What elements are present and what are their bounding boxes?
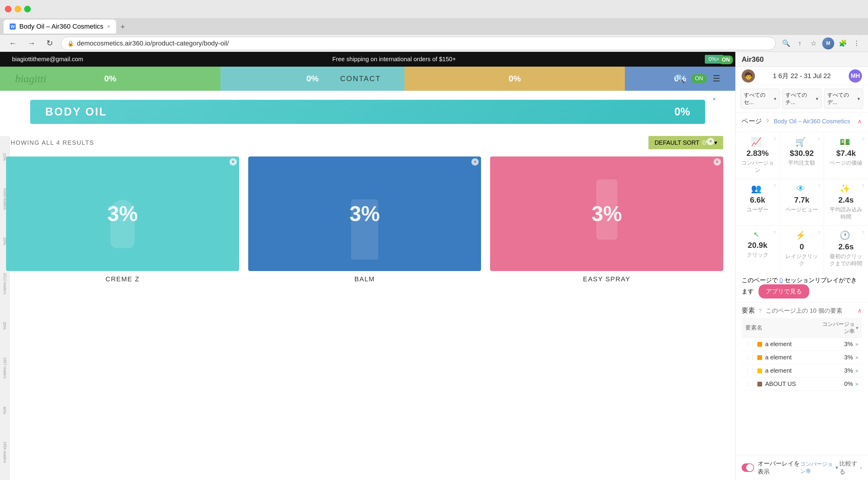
metric-page-value: ? 💵 $7.4k ページの価値: [824, 132, 868, 179]
contact-nav[interactable]: CONTACT: [340, 74, 381, 83]
extensions-icon[interactable]: 🧩: [837, 38, 848, 49]
metric-clicks-help[interactable]: ?: [774, 230, 776, 235]
elem-name-2: a element: [765, 354, 829, 361]
metric-firstclick-help[interactable]: ?: [862, 230, 864, 235]
product-1-close[interactable]: ×: [229, 158, 237, 165]
product-card-balm: × 3% BALM: [248, 157, 482, 283]
replay-app-button[interactable]: アプリで見る: [758, 284, 809, 298]
titlebar: [0, 0, 868, 18]
replay-count[interactable]: 0: [780, 277, 783, 283]
elem-color-1: [757, 342, 762, 347]
product-3-name: EASY SPRAY: [490, 275, 723, 283]
forward-button[interactable]: →: [25, 37, 39, 50]
maximize-dot[interactable]: [24, 6, 31, 12]
conversion-label: コンバージョン: [739, 159, 776, 174]
filter-segment[interactable]: すべてのセ... ▾: [740, 89, 780, 108]
topbar-shipping: Free shipping on international orders of…: [332, 56, 456, 63]
new-tab-button[interactable]: +: [117, 20, 128, 33]
body-oil-banner: BODY OIL 0%: [30, 100, 705, 124]
metric-users-help[interactable]: ?: [774, 184, 776, 188]
filter-device[interactable]: すべてのデ... ▾: [824, 89, 863, 108]
elem-name-1: a element: [765, 341, 829, 348]
tab-close-button[interactable]: ×: [107, 24, 111, 30]
bookmark-icon[interactable]: ☆: [808, 38, 819, 49]
product-1-image: 3%: [6, 157, 239, 271]
drag-handle-3[interactable]: ⋮⋮: [745, 368, 755, 374]
replay-section: このページで 0 セッションリプレイができます アプリで見る: [736, 273, 868, 302]
active-tab[interactable]: W Body Oil – Air360 Cosmetics ×: [4, 20, 116, 33]
elements-label: 要素: [742, 307, 755, 314]
filter-channel[interactable]: すべてのチ... ▾: [782, 89, 821, 108]
metric-clicks: ? ↖ 20.9k クリック: [736, 226, 780, 272]
tab-bar: W Body Oil – Air360 Cosmetics × +: [0, 18, 868, 35]
drag-handle-2[interactable]: ⋮⋮: [745, 355, 755, 360]
products-header: SHOWING ALL 4 RESULTS × DEFAULT SORT 0% …: [6, 136, 723, 149]
page-name-link[interactable]: Body Oil – Air360 Cosmetics: [774, 118, 850, 125]
pageviews-icon: 👁: [783, 184, 820, 194]
overlay-toggle[interactable]: [742, 463, 754, 472]
elem-more-1[interactable]: »: [855, 341, 858, 347]
metrics-grid: ? 📈 2.83% コンバージョン ? 🛒 $30.92 平均注文額 ? 💵 $…: [736, 132, 868, 272]
product-3-close[interactable]: ×: [714, 158, 721, 165]
compare-sort-icon[interactable]: ▾: [835, 464, 838, 471]
window-controls: [5, 6, 31, 12]
product-card-creme-z: × 3% CREME Z: [6, 157, 239, 283]
avatar-panel-icon: 🧒: [742, 69, 755, 83]
site-navigation-wrapper: 0% 0% 0% 0% biagitti CONTACT 🔍 ON ☰: [0, 67, 735, 91]
elements-collapse-button[interactable]: ∧: [858, 307, 862, 314]
page-help-icon[interactable]: ?: [766, 119, 769, 125]
elem-more-3[interactable]: »: [855, 367, 858, 374]
share-icon[interactable]: ↑: [795, 38, 805, 49]
drag-handle-4[interactable]: ⋮⋮: [745, 381, 755, 387]
metric-conversion-help[interactable]: ?: [774, 137, 776, 142]
search-icon[interactable]: 🔍: [780, 38, 792, 49]
elem-more-4[interactable]: »: [855, 381, 858, 387]
back-button[interactable]: ←: [6, 37, 20, 50]
conversion-value: 2.83%: [739, 149, 776, 158]
col-name-header: 要素名: [745, 324, 822, 332]
metric-pageviews-help[interactable]: ?: [818, 184, 820, 188]
sort-close-button[interactable]: ×: [707, 138, 714, 145]
menu-nav-icon[interactable]: ☰: [713, 73, 720, 84]
readers-4: 1654 readers: [3, 442, 7, 463]
metric-loadtime-help[interactable]: ?: [862, 184, 864, 188]
elem-color-2: [757, 355, 762, 360]
pageviews-value: 7.7k: [783, 195, 820, 205]
drag-handle-1[interactable]: ⋮⋮: [745, 341, 755, 347]
minimize-dot[interactable]: [14, 6, 21, 12]
menu-icon[interactable]: ⋮: [851, 38, 862, 49]
profile-icon[interactable]: M: [822, 37, 834, 50]
scroll-label-30: 30%: [2, 322, 7, 329]
clicks-icon: ↖: [739, 230, 776, 239]
close-dot[interactable]: [5, 6, 11, 12]
metric-order: ? 🛒 $30.92 平均注文額: [780, 132, 824, 179]
compare-arrow-icon[interactable]: ›: [860, 465, 862, 471]
elements-section: 要素 ? このページ上の 10 個の要素 ∧ 要素名 コンバージョン率 ▾: [736, 302, 868, 455]
metric-order-help[interactable]: ?: [818, 137, 820, 142]
url-bar[interactable]: 🔒 democosmetics.air360.io/product-catego…: [61, 37, 776, 50]
banner-close-button[interactable]: ×: [711, 96, 718, 103]
body-oil-title: BODY OIL: [45, 105, 107, 118]
product-1-name: CREME Z: [6, 275, 239, 283]
refresh-button[interactable]: ↻: [43, 37, 56, 50]
elem-more-2[interactable]: »: [855, 354, 858, 361]
date-range-text[interactable]: 1 6月 22 - 31 Jul 22: [773, 71, 831, 81]
elements-help-icon[interactable]: ?: [758, 308, 762, 314]
metric-pagevalue-help[interactable]: ?: [862, 137, 864, 142]
site-topbar: biagiottitheme@gmail.com Free shipping o…: [0, 52, 735, 67]
elem-color-4: [757, 382, 762, 387]
element-row-2: ⋮⋮ a element 3% »: [742, 351, 862, 364]
product-2-image: 3%: [248, 157, 482, 271]
lock-icon: 🔒: [67, 40, 74, 47]
metric-rage-help[interactable]: ?: [818, 230, 820, 235]
page-section-collapse[interactable]: ∧: [858, 118, 862, 125]
hm-seg-3: 0%: [404, 67, 625, 91]
elem-rate-2: 3%: [829, 354, 853, 361]
browser-window: W Body Oil – Air360 Cosmetics × + ← → ↻ …: [0, 0, 868, 480]
air360-panel: Air360 🧒 1 6月 22 - 31 Jul 22 MH すべてのセ...…: [735, 52, 868, 480]
sort-arrow-icon[interactable]: ▾: [856, 325, 858, 331]
firstclick-value: 2.6s: [828, 242, 864, 252]
product-3-image: 3%: [490, 157, 723, 271]
toggle-knob: [746, 464, 753, 471]
search-nav-icon[interactable]: 🔍: [675, 73, 685, 84]
